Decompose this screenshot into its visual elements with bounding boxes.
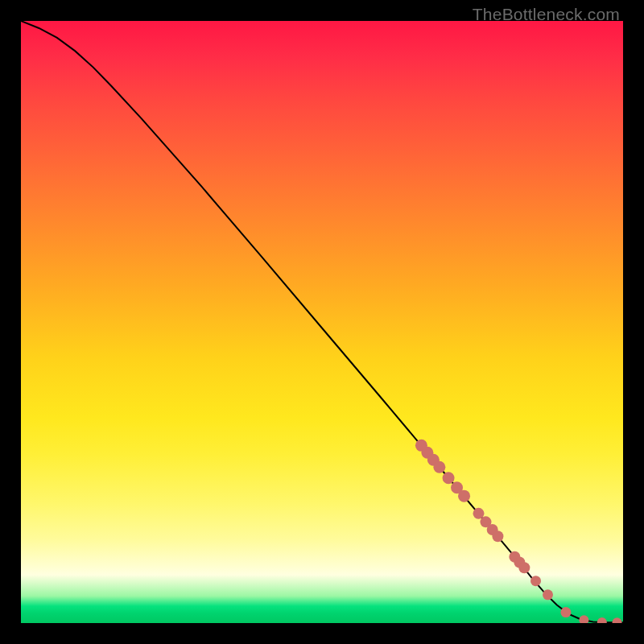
- attribution-label: TheBottleneck.com: [473, 5, 620, 24]
- chart-gradient-bg: [21, 21, 623, 623]
